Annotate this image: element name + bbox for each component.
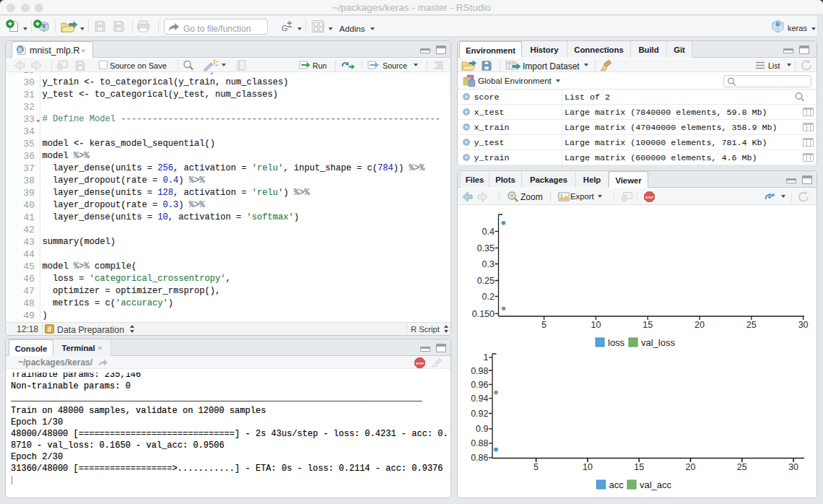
svg-text:0.86: 0.86 xyxy=(471,453,488,463)
svg-text:val_loss: val_loss xyxy=(641,337,675,348)
svg-text:STOP: STOP xyxy=(416,362,424,365)
svg-text:val_acc: val_acc xyxy=(640,479,672,490)
svg-text:15: 15 xyxy=(634,462,644,472)
svg-text:5: 5 xyxy=(534,462,539,472)
svg-text:0.150: 0.150 xyxy=(472,309,495,319)
svg-text:loss: loss xyxy=(608,337,625,348)
svg-text:1: 1 xyxy=(484,352,489,362)
svg-text:10: 10 xyxy=(583,462,593,472)
svg-text:0.3: 0.3 xyxy=(482,259,495,269)
svg-text:10: 10 xyxy=(591,320,601,330)
svg-text:0.4: 0.4 xyxy=(482,227,495,237)
svg-text:0.2: 0.2 xyxy=(482,292,495,302)
svg-text:0.25: 0.25 xyxy=(477,276,495,286)
svg-text:R: R xyxy=(42,23,46,30)
svg-text:R: R xyxy=(775,20,780,27)
svg-text:0.92: 0.92 xyxy=(471,409,488,419)
svg-text:R: R xyxy=(18,47,22,53)
svg-text:5: 5 xyxy=(541,320,547,330)
svg-text:25: 25 xyxy=(737,462,747,472)
svg-text:acc: acc xyxy=(609,479,624,490)
svg-text:15: 15 xyxy=(643,320,653,330)
svg-text:30: 30 xyxy=(788,462,798,472)
svg-text:G: G xyxy=(282,24,288,32)
svg-text:20: 20 xyxy=(686,462,696,472)
svg-text:STOP: STOP xyxy=(645,196,653,199)
svg-text:0.88: 0.88 xyxy=(471,438,488,448)
svg-text:25: 25 xyxy=(746,320,757,330)
svg-text:0.98: 0.98 xyxy=(471,366,488,376)
svg-text:20: 20 xyxy=(694,320,705,330)
svg-text:0.35: 0.35 xyxy=(477,243,495,253)
svg-text:0.96: 0.96 xyxy=(471,380,488,390)
svg-text:0.9: 0.9 xyxy=(476,424,488,434)
svg-text:30: 30 xyxy=(798,320,809,330)
svg-text:0.94: 0.94 xyxy=(471,394,488,404)
